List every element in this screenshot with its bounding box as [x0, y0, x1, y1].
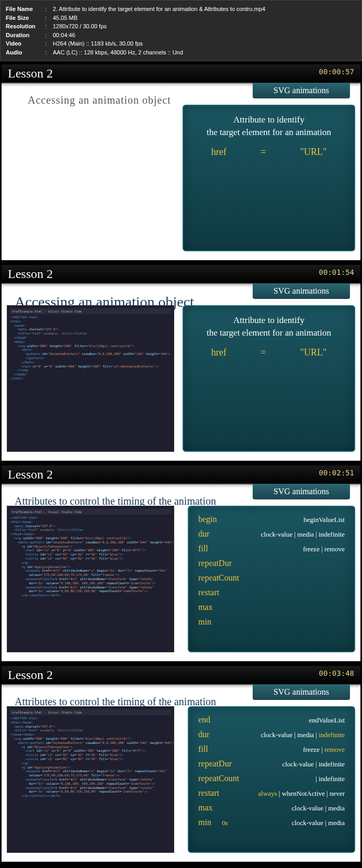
href-attribute-line: href = "URL"	[194, 347, 344, 358]
attr-name: fill	[198, 744, 208, 754]
code-editor: hrefExample.html - Visual Studio Code <!…	[7, 305, 174, 452]
attribute-row: repeatCount | indefinite	[198, 771, 345, 786]
attr-value: beginValueList	[303, 516, 345, 524]
lesson-header: Lesson 2 00:03:48	[2, 666, 360, 685]
attr-name: repeatDur	[198, 759, 232, 769]
attr-value: clock-value | media | indefinite	[261, 731, 345, 739]
attr-name: fill	[198, 544, 208, 553]
code-editor: hrefExample.html - Visual Studio Code <!…	[7, 706, 174, 853]
attr-value: clock-value | media	[292, 804, 345, 813]
attr-name: repeatCount	[198, 774, 239, 783]
attr-value: | indefinite	[315, 775, 345, 783]
attr-name: begin	[198, 515, 217, 524]
value-resolution: 1280x720 / 30.00 fps	[53, 22, 107, 31]
svg-animations-tab: SVG animations	[253, 283, 350, 299]
attribute-row: restart	[198, 585, 345, 600]
attr-value: clock-value | indefinite	[282, 760, 345, 769]
attribute-row: min	[198, 615, 345, 629]
attr-name: end	[198, 715, 210, 725]
attr-value: freeze | remove	[303, 545, 345, 553]
label-resolution: Resolution	[6, 22, 45, 31]
attribute-row: repeatDurclock-value | indefinite	[198, 756, 345, 771]
attribute-row: restartalways | whenNotActive | never	[198, 786, 345, 800]
lesson-header: Lesson 2 00:00:57	[2, 64, 360, 84]
value-video: H264 (Main) :: 1183 kb/s, 30.00 fps	[53, 39, 143, 48]
svg-animations-tab: SVG animations	[253, 484, 350, 499]
svg-animations-tab: SVG animations	[253, 684, 350, 700]
lesson-number: Lesson 2	[8, 668, 53, 682]
attribute-panel: Attribute to identify the target element…	[183, 105, 355, 251]
attribute-row: durclock-value | media | indefinite	[198, 727, 345, 742]
attr-name: max	[198, 603, 213, 612]
label-filename: File Name	[6, 5, 45, 14]
value-audio: AAC (LC) :: 128 kbps, 48000 Hz, 2 channe…	[53, 48, 183, 57]
label-filesize: File Size	[6, 14, 45, 23]
panel-header: Attribute to identify the target element…	[194, 114, 344, 139]
value-filesize: 45.05 MB	[53, 14, 77, 23]
attr-name: restart	[198, 788, 219, 798]
attribute-row: repeatDur	[198, 556, 345, 571]
attr-name: max	[198, 803, 213, 813]
label-video: Video	[6, 39, 45, 48]
attribute-row: fillfreeze | remove	[198, 541, 345, 556]
panel-header: Attribute to identify the target element…	[194, 314, 344, 339]
slide-4: Lesson 2 00:03:48 SVG animations Attribu…	[0, 664, 362, 863]
attribute-row: fillfreeze | remove	[198, 742, 345, 756]
attr-name: min	[198, 818, 211, 827]
attribute-row: min0sclock-value | media	[198, 815, 345, 830]
attr-value: clock-value | media | indefinite	[261, 530, 345, 539]
attribute-row: durclock-value | media | indefinite	[198, 527, 345, 541]
attr-value: always | whenNotActive | never	[258, 789, 345, 798]
lesson-header: Lesson 2 00:02:51	[2, 465, 360, 485]
attribute-row: maxclock-value | media	[198, 800, 345, 815]
lesson-number: Lesson 2	[8, 468, 53, 481]
lesson-number: Lesson 2	[8, 66, 53, 80]
value-filename: 2. Attribute to identify the target elem…	[53, 5, 265, 14]
attr-name: restart	[198, 588, 219, 597]
label-audio: Audio	[6, 48, 45, 57]
slide-2: Lesson 2 00:01:54 SVG animations Accessi…	[0, 263, 362, 462]
attr-value: endValueList	[309, 716, 345, 725]
slide-3: Lesson 2 00:02:51 SVG animations Attribu…	[0, 464, 362, 663]
attributes-panel: endendValueListdurclock-value | media | …	[188, 706, 355, 853]
code-editor: hrefExample.html - Visual Studio Code <!…	[7, 506, 174, 652]
timestamp: 00:02:51	[319, 469, 354, 477]
attr-name: repeatDur	[198, 559, 232, 568]
attribute-row: endendValueList	[198, 713, 345, 727]
attribute-row: repeatCount	[198, 571, 345, 585]
slide-1: Lesson 2 00:00:57 SVG animations Accessi…	[0, 63, 362, 262]
attribute-row: max	[198, 600, 345, 615]
timestamp: 00:03:48	[319, 669, 354, 677]
timestamp: 00:01:54	[319, 268, 354, 276]
lesson-number: Lesson 2	[8, 267, 53, 281]
timestamp: 00:00:57	[319, 68, 354, 76]
attr-default: 0s	[222, 819, 228, 827]
attributes-panel: beginbeginValueListdurclock-value | medi…	[188, 506, 355, 652]
attribute-panel: Attribute to identify the target element…	[183, 305, 355, 452]
svg-animations-tab: SVG animations	[253, 83, 350, 98]
file-info-panel: File Name:2. Attribute to identify the t…	[0, 0, 362, 61]
attribute-row: beginbeginValueList	[198, 512, 345, 527]
attr-name: dur	[198, 730, 209, 739]
attr-value: freeze | remove	[303, 745, 345, 754]
attr-name: repeatCount	[198, 573, 239, 583]
attr-name: dur	[198, 529, 209, 539]
attr-value: clock-value | media	[292, 819, 345, 827]
value-duration: 00:04:46	[53, 31, 75, 40]
label-duration: Duration	[6, 31, 45, 40]
attr-name: min	[198, 617, 211, 627]
lesson-header: Lesson 2 00:01:54	[2, 265, 360, 284]
href-attribute-line: href = "URL"	[194, 147, 344, 158]
